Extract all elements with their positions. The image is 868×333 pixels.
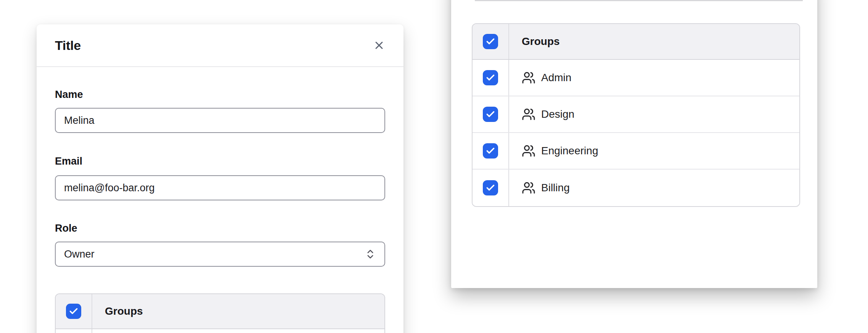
modal-title: Title: [55, 38, 81, 53]
x-icon: [373, 39, 385, 51]
row-checkbox-cell: [473, 96, 509, 132]
name-label: Name: [55, 88, 385, 101]
row-checkbox-cell: [473, 170, 509, 206]
row-checkbox[interactable]: [483, 107, 498, 122]
row-checkbox-cell: [473, 60, 509, 96]
row-checkbox[interactable]: [483, 180, 498, 195]
row-main-cell: [92, 329, 384, 333]
select-all-checkbox[interactable]: [66, 304, 81, 319]
role-label: Role: [55, 222, 385, 234]
groups-panel: Groups Admin: [451, 0, 817, 288]
email-label: Email: [55, 155, 385, 167]
panel-groups-table: Groups Admin: [472, 23, 800, 207]
name-input[interactable]: [55, 108, 385, 133]
row-checkbox[interactable]: [483, 70, 498, 85]
row-checkbox-cell: [56, 329, 92, 333]
row-main-cell: Design: [509, 96, 799, 132]
row-main-cell: Admin: [509, 60, 799, 96]
row-checkbox-cell: [473, 133, 509, 169]
email-input[interactable]: [55, 175, 385, 200]
check-icon: [485, 73, 495, 83]
check-icon: [485, 146, 495, 156]
check-icon: [485, 109, 495, 119]
modal-body: Name Email Role Owner: [37, 88, 403, 333]
table-row-billing: Billing: [473, 170, 799, 206]
close-button[interactable]: [370, 36, 388, 54]
select-all-checkbox[interactable]: [483, 34, 498, 49]
row-main-cell: Billing: [509, 170, 799, 206]
row-main-cell: Engineering: [509, 133, 799, 169]
modal-groups-table-header-row: Groups: [56, 294, 384, 329]
check-icon: [485, 37, 495, 46]
header-checkbox-cell: [473, 24, 509, 59]
table-row-admin: Admin: [473, 60, 799, 96]
table-row-engineering: Engineering: [473, 133, 799, 170]
panel-groups-table-header-row: Groups: [473, 24, 799, 60]
table-row: [56, 329, 384, 333]
groups-column-header: Groups: [92, 294, 384, 328]
group-name: Admin: [541, 72, 571, 84]
check-icon: [485, 183, 495, 193]
role-select[interactable]: Owner: [55, 242, 385, 267]
users-icon: [522, 181, 535, 195]
header-checkbox-cell: [56, 294, 92, 328]
table-row-design: Design: [473, 96, 799, 133]
group-name: Design: [541, 108, 574, 120]
group-name: Billing: [541, 182, 570, 194]
screen: Title Name Email Role Owner: [0, 0, 868, 333]
role-select-value: Owner: [64, 248, 95, 260]
groups-column-header: Groups: [509, 24, 799, 59]
row-checkbox[interactable]: [483, 143, 498, 158]
users-icon: [522, 71, 535, 85]
users-icon: [522, 107, 535, 121]
check-icon: [69, 306, 79, 316]
cropped-element-remnant: [475, 0, 803, 1]
modal-header: Title: [37, 24, 403, 67]
user-edit-modal: Title Name Email Role Owner: [37, 24, 403, 333]
group-name: Engineering: [541, 145, 598, 157]
users-icon: [522, 144, 535, 158]
chevrons-up-down-icon: [365, 248, 376, 260]
modal-groups-table: Groups: [55, 293, 385, 333]
